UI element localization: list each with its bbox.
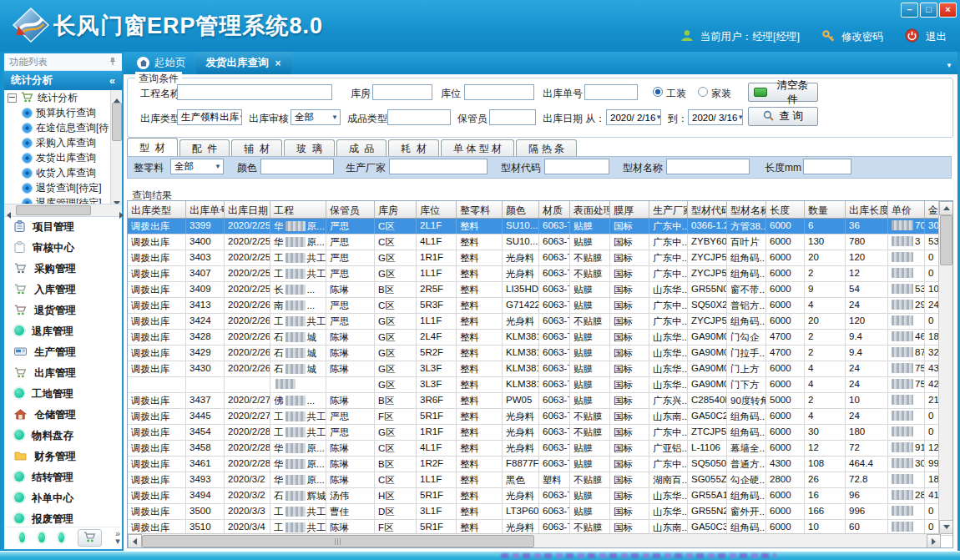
project-name-input[interactable] (177, 84, 332, 100)
tree-item[interactable]: 在途信息查询[待 (4, 120, 111, 135)
table-row[interactable]: 调拨出库33992020/2/25华原...严思C区2L1F整料SU10...6… (128, 219, 952, 235)
column-header-膜厚[interactable]: 膜厚 (610, 201, 649, 218)
search-button[interactable]: 查 询 (748, 107, 818, 126)
column-header-出库类型[interactable]: 出库类型 (128, 201, 186, 218)
table-row[interactable]: 调拨出库34282020/2/26石城陈琳G区2L4F整料KLM38176063… (128, 330, 952, 346)
table-row[interactable]: 调拨出库34942020/3/2石辉城汤伟H区5R1F整料光身料6063-T5贴… (128, 488, 952, 504)
sidebar-module-财务管理[interactable]: 财务管理 (6, 446, 120, 467)
tree-item[interactable]: 退货查询[待定] (4, 180, 111, 195)
column-header-保管员[interactable]: 保管员 (326, 201, 375, 218)
table-row[interactable]: 调拨出库34132020/2/26南...严思C区5R3F整料G71422606… (128, 298, 952, 314)
tab-起始页[interactable]: 起始页 (127, 52, 196, 74)
table-row[interactable]: 调拨出库34582020/2/28华原...陈琳C区4L1F整料光身料6063-… (128, 441, 952, 457)
column-header-单价[interactable]: 单价 (888, 201, 925, 218)
date-to-select[interactable]: 2020/ 3/16▼ (688, 109, 743, 125)
table-row[interactable]: 调拨出库34542020/2/28工共工程严思G区1R1F整料光身料6063-T… (128, 425, 952, 441)
pin-icon[interactable] (109, 57, 117, 68)
material-tab-耗材[interactable]: 耗 材 (388, 139, 439, 156)
module-shortcut-icon[interactable] (38, 532, 44, 542)
column-header-型材名称[interactable]: 型材名称 (727, 201, 766, 218)
column-header-数量[interactable]: 数量 (805, 201, 846, 218)
order-no-input[interactable] (584, 84, 638, 100)
maximize-button[interactable]: □ (920, 3, 937, 18)
gongzhuang-radio[interactable] (653, 87, 663, 97)
table-row[interactable]: 调拨出库34002020/2/25华原...严思C区4L1F整料SU10...6… (128, 235, 952, 250)
keeper-input[interactable] (489, 109, 536, 125)
column-header-整零料[interactable]: 整零料 (457, 201, 503, 218)
column-header-表面处理[interactable]: 表面处理 (570, 201, 610, 218)
manufacturer-input[interactable] (389, 159, 488, 174)
module-shortcut-icon[interactable] (19, 532, 25, 542)
material-tab-隔热条[interactable]: 隔 热 条 (516, 139, 577, 156)
sidebar-module-出库管理[interactable]: 出库管理 (6, 363, 120, 384)
location-input[interactable] (464, 84, 534, 100)
column-header-长度[interactable]: 长度 (766, 201, 805, 218)
table-row[interactable]: 调拨出库34932020/3/2华原...陈琳C区1L1F整料黑色塑料不贴膜国标… (128, 472, 952, 488)
cart-shortcut-button[interactable] (78, 529, 102, 547)
table-row[interactable]: G区3L3F整料KLM38176063-T5贴膜国标山东华...GA90M09.… (128, 377, 952, 393)
tree-item[interactable]: 收货入库查询 (4, 165, 111, 180)
table-row[interactable]: 调拨出库34032020/2/25工共工程严思G区1R1F整料光身料6063-T… (128, 250, 952, 266)
profile-code-input[interactable] (544, 159, 609, 174)
change-password-link[interactable]: 修改密码 (841, 30, 883, 44)
sidebar-module-补单中心[interactable]: 补单中心 (6, 488, 120, 509)
tree-item[interactable]: 发货出库查询 (4, 150, 111, 165)
material-tab-单体型材[interactable]: 单 体 型 材 (441, 139, 514, 156)
module-shortcut-icon[interactable] (58, 532, 64, 542)
out-audit-select[interactable]: 全部▼ (291, 109, 341, 125)
tab-发货出库查询[interactable]: 发货出库查询× (196, 52, 291, 74)
column-header-金额[interactable]: 金额 (925, 201, 939, 218)
minimize-button[interactable]: – (901, 3, 918, 18)
length-input[interactable] (803, 159, 851, 174)
tree-collapse-icon[interactable] (8, 93, 17, 103)
sidebar-module-仓储管理[interactable]: 仓储管理 (6, 405, 120, 426)
column-header-出库单号[interactable]: 出库单号 (186, 201, 225, 218)
column-header-库位[interactable]: 库位 (417, 201, 457, 218)
sidebar-module-采购管理[interactable]: 采购管理 (6, 259, 120, 280)
date-from-select[interactable]: 2020/ 2/16▼ (606, 109, 661, 125)
column-header-型材代码[interactable]: 型材代码 (688, 201, 727, 218)
sidebar-module-生产管理[interactable]: 生产管理 (6, 342, 120, 363)
sidebar-module-审核中心[interactable]: 审核中心 (6, 238, 120, 259)
table-row[interactable]: 调拨出库34452020/2/27工共工程严思F区5R1F整料光身料6063-T… (128, 409, 952, 425)
tree-root-item[interactable]: 统计分析 (4, 90, 111, 105)
tree-v-scrollbar[interactable] (110, 90, 122, 204)
sidebar-module-项目管理[interactable]: 项目管理 (6, 217, 120, 238)
table-row[interactable]: 调拨出库34072020/2/25工共工程严思G区1L1F整料光身料6063-T… (128, 266, 952, 282)
table-row[interactable]: 调拨出库34372020/2/27佛...陈琳B区3R6F整料PW056063-… (128, 393, 952, 409)
table-row[interactable]: 调拨出库34302020/2/26石城陈琳G区3L3F整料KLM38176063… (128, 361, 952, 377)
close-button[interactable]: × (939, 3, 957, 18)
table-row[interactable]: 调拨出库34292020/2/26石城陈琳G区5R2F整料KLM38176063… (128, 346, 952, 361)
grid-v-scrollbar[interactable] (938, 201, 952, 534)
table-row[interactable]: 调拨出库35002020/3/3工共工程曹佳D区3L1F整料LT3P606063… (128, 504, 952, 520)
sidebar-module-工地管理[interactable]: 工地管理 (6, 384, 120, 405)
more-modules-button[interactable]: »▾ (115, 530, 120, 545)
column-header-材质[interactable]: 材质 (539, 201, 570, 218)
sidebar-module-退库管理[interactable]: 退库管理 (6, 321, 120, 342)
material-tab-辅材[interactable]: 辅 材 (231, 139, 282, 156)
whole-part-select[interactable]: 全部▼ (170, 159, 224, 174)
profile-name-input[interactable] (666, 159, 750, 174)
clear-conditions-button[interactable]: 清空条件 (748, 83, 818, 102)
chevrons-left-icon[interactable]: « (109, 75, 115, 87)
out-type-select[interactable]: 生产领料出库▼ (177, 109, 242, 125)
column-header-生产厂家[interactable]: 生产厂家 (649, 201, 688, 218)
tree-item[interactable]: 预算执行查询 (4, 105, 111, 120)
logout-link[interactable]: 退出 (926, 30, 947, 44)
column-header-库房[interactable]: 库房 (375, 201, 417, 218)
sidebar-module-退货管理[interactable]: 退货管理 (6, 300, 120, 321)
tree-h-scrollbar[interactable] (4, 204, 122, 217)
column-header-工程[interactable]: 工程 (270, 201, 326, 218)
material-tab-成品[interactable]: 成 品 (336, 139, 387, 156)
sidebar-section-header[interactable]: 统计分析 « (4, 71, 122, 90)
material-tab-玻璃[interactable]: 玻 璃 (284, 139, 335, 156)
jiazhuang-radio[interactable] (698, 87, 708, 97)
column-header-出库日期[interactable]: 出库日期 (225, 201, 270, 218)
grid-h-scrollbar[interactable] (128, 533, 941, 547)
color-input[interactable] (260, 159, 334, 174)
sidebar-module-物料盘存[interactable]: 物料盘存 (6, 426, 120, 446)
column-header-颜色[interactable]: 颜色 (503, 201, 539, 218)
tree-item[interactable]: 采购入库查询 (4, 135, 111, 150)
sidebar-module-结转管理[interactable]: 结转管理 (6, 467, 120, 488)
product-type-input[interactable] (387, 109, 451, 125)
